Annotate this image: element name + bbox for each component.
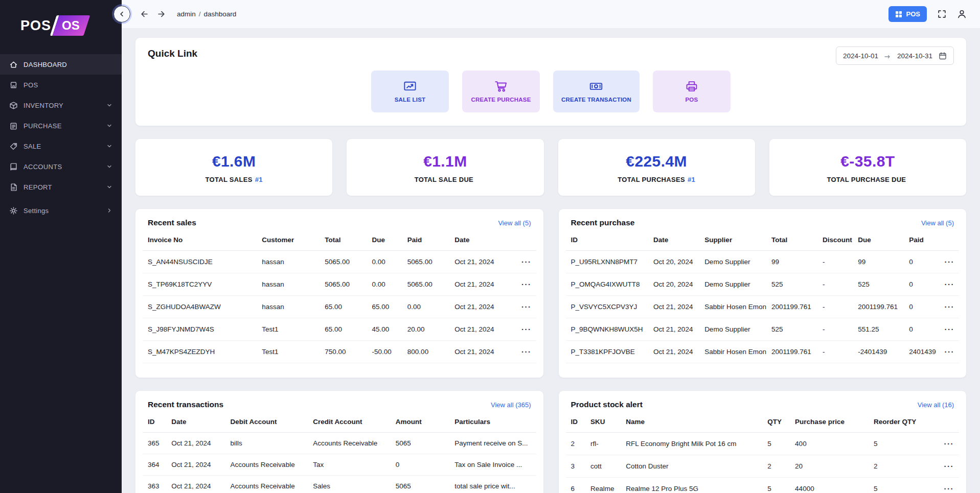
printer-icon <box>685 80 698 92</box>
product-stock-alert-title: Product stock alert <box>571 400 643 409</box>
chevron-down-icon <box>106 184 112 190</box>
sidebar-item-label: PURCHASE <box>24 122 62 130</box>
table-cell: 363 <box>143 476 166 493</box>
column-header: Amount <box>391 411 449 433</box>
stat-total-sale-due: €1.1M TOTAL SALE DUE <box>346 138 544 196</box>
date-range-picker[interactable]: 2024-10-01 2024-10-31 <box>836 46 954 65</box>
user-profile-icon[interactable] <box>957 9 967 19</box>
product-stock-alert-view-all-link[interactable]: View all (16) <box>918 401 954 409</box>
row-actions-icon[interactable]: ··· <box>944 439 954 448</box>
table-cell: 2001199.761 <box>853 296 904 318</box>
sidebar-item-inventory[interactable]: INVENTORY <box>0 95 122 115</box>
table-row: P_U95RLXNN8PMT7Oct 20, 2024Demo Supplier… <box>566 251 960 273</box>
table-cell: P_U95RLXNN8PMT7 <box>566 251 649 273</box>
back-arrow-icon[interactable] <box>140 10 149 18</box>
pos-button-label: POS <box>906 10 920 18</box>
sidebar-item-accounts[interactable]: ACCOUNTS <box>0 156 122 177</box>
table-row: P_T3381KPFJOVBEOct 21, 2024Sabbir Hosen … <box>566 341 960 363</box>
row-actions-icon[interactable]: ··· <box>521 302 532 311</box>
row-actions-icon[interactable]: ··· <box>945 280 955 289</box>
column-header: Discount <box>817 229 853 251</box>
stat-link[interactable]: #1 <box>688 176 695 183</box>
quick-link-sale-list[interactable]: SALE LIST <box>371 71 449 112</box>
stat-label-text: TOTAL SALES <box>206 176 253 183</box>
recent-purchase-view-all-link[interactable]: View all (5) <box>921 219 954 227</box>
cart-icon <box>494 80 508 92</box>
column-header: Date <box>166 411 225 433</box>
stats-row: €1.6M TOTAL SALES#1 €1.1M TOTAL SALE DUE… <box>135 138 967 196</box>
arrow-right-icon <box>884 53 891 59</box>
column-header: Name <box>621 411 762 433</box>
column-header: ID <box>566 411 585 433</box>
table-cell: hassan <box>257 251 320 273</box>
table-cell: hassan <box>257 296 320 318</box>
column-header: Paid <box>904 229 939 251</box>
recent-transactions-view-all-link[interactable]: View all (365) <box>491 401 531 409</box>
table-cell: 2401439 <box>904 341 939 363</box>
tables-row-1: Recent sales View all (5) Invoice NoCust… <box>135 208 967 378</box>
sidebar-item-label: INVENTORY <box>24 102 63 109</box>
fullscreen-icon[interactable] <box>937 9 947 19</box>
row-actions-icon[interactable]: ··· <box>521 257 532 266</box>
quick-link-card: Quick Link 2024-10-01 2024-10-31 <box>135 37 967 126</box>
table-cell: - <box>817 296 853 318</box>
table-cell: Oct 21, 2024 <box>449 273 516 296</box>
stat-link[interactable]: #1 <box>255 176 263 183</box>
row-actions-icon[interactable]: ··· <box>944 484 954 493</box>
recent-sales-view-all-link[interactable]: View all (5) <box>498 219 531 227</box>
row-actions-icon[interactable]: ··· <box>945 302 955 311</box>
quick-link-pos[interactable]: POS <box>653 71 731 112</box>
row-actions-icon[interactable]: ··· <box>521 280 532 289</box>
breadcrumb-section[interactable]: admin <box>177 10 196 18</box>
row-actions-icon[interactable]: ··· <box>945 347 955 356</box>
tables-row-2: Recent transactions View all (365) IDDat… <box>135 390 967 493</box>
pos-button[interactable]: POS <box>888 6 927 22</box>
row-actions-icon[interactable]: ··· <box>945 325 955 334</box>
quick-link-create-transaction[interactable]: CREATE TRANSACTION <box>553 71 640 112</box>
sidebar-collapse-button[interactable] <box>113 6 130 22</box>
stat-total-purchase-due: €-35.8T TOTAL PURCHASE DUE <box>769 138 967 196</box>
top-bar: admin / dashboard POS <box>122 0 980 28</box>
quick-link-create-purchase[interactable]: CREATE PURCHASE <box>462 71 540 112</box>
table-cell: Sales <box>308 476 391 493</box>
recent-transactions-table: IDDateDebit AccountCredit AccountAmountP… <box>143 411 536 493</box>
table-cell: S_J98FYJNMD7W4S <box>143 318 257 341</box>
table-cell: S_M47KPS4ZEZDYH <box>143 341 257 363</box>
table-cell: 800.00 <box>402 341 449 363</box>
stat-label-text: TOTAL SALE DUE <box>415 176 473 183</box>
main-area: admin / dashboard POS <box>122 0 980 493</box>
tag-icon <box>9 142 18 151</box>
sidebar-item-label: SALE <box>24 143 41 150</box>
table-cell: Sabbir Hosen Emon <box>699 341 766 363</box>
table-cell: S_TP69K18TC2YYV <box>143 273 257 296</box>
logo-pos-text: POS <box>20 18 51 34</box>
table-cell: 2 <box>762 455 790 478</box>
stat-label: TOTAL SALE DUE <box>352 176 538 183</box>
sidebar-item-purchase[interactable]: PURCHASE <box>0 115 122 136</box>
row-actions-icon[interactable]: ··· <box>945 257 955 266</box>
calendar-icon <box>939 52 947 60</box>
book-icon <box>9 162 18 171</box>
forward-arrow-icon[interactable] <box>157 10 166 18</box>
logo-os-text: OS <box>62 18 80 33</box>
sidebar-item-sale[interactable]: SALE <box>0 136 122 156</box>
recent-purchase-table: IDDateSupplierTotalDiscountDuePaid P_U95… <box>566 229 960 363</box>
row-actions-icon[interactable]: ··· <box>521 347 532 356</box>
table-cell: total sale price wit... <box>449 476 536 493</box>
table-cell: S_AN44NSUSCIDJE <box>143 251 257 273</box>
table-cell: cott <box>585 455 621 478</box>
table-cell: 5065.00 <box>320 273 367 296</box>
table-row: S_J98FYJNMD7W4STest165.0045.0020.00Oct 2… <box>143 318 536 341</box>
row-actions-icon[interactable]: ··· <box>944 462 954 471</box>
sidebar-item-pos[interactable]: POS <box>0 75 122 95</box>
row-actions-icon[interactable]: ··· <box>521 325 532 334</box>
cube-icon <box>9 101 18 110</box>
sidebar-nav: DASHBOARD POS INVENTORY <box>0 51 122 221</box>
table-cell: P_T3381KPFJOVBE <box>566 341 649 363</box>
sidebar-item-settings[interactable]: Settings <box>0 200 122 221</box>
sidebar-item-label: POS <box>24 81 38 89</box>
table-cell: Oct 21, 2024 <box>648 318 699 341</box>
sidebar-item-report[interactable]: REPORT <box>0 177 122 197</box>
recent-purchase-title: Recent purchase <box>571 218 635 227</box>
sidebar-item-dashboard[interactable]: DASHBOARD <box>0 54 122 75</box>
